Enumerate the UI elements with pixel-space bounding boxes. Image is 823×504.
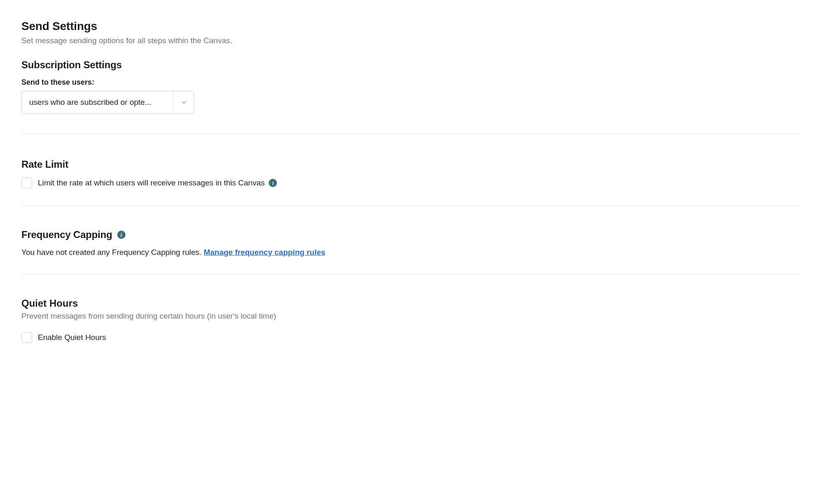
rate-limit-heading: Rate Limit [21, 159, 802, 170]
page-title: Send Settings [21, 20, 802, 33]
send-to-selected-value: users who are subscribed or opte... [22, 91, 173, 113]
quiet-hours-checkbox-label: Enable Quiet Hours [38, 333, 106, 342]
rate-limit-checkbox[interactable] [21, 178, 32, 188]
page-description: Set message sending options for all step… [21, 36, 802, 45]
manage-frequency-capping-link[interactable]: Manage frequency capping rules [204, 248, 325, 257]
info-icon[interactable]: i [117, 231, 126, 239]
divider [21, 206, 802, 206]
frequency-capping-text: You have not created any Frequency Cappi… [21, 248, 204, 257]
send-to-label: Send to these users: [21, 78, 802, 87]
info-icon[interactable]: i [269, 179, 277, 187]
quiet-hours-description: Prevent messages from sending during cer… [21, 312, 802, 321]
rate-limit-checkbox-label: Limit the rate at which users will recei… [38, 178, 265, 187]
quiet-hours-heading: Quiet Hours [21, 298, 802, 309]
chevron-down-icon [173, 91, 194, 113]
divider [21, 134, 802, 134]
quiet-hours-checkbox[interactable] [21, 332, 32, 343]
subscription-heading: Subscription Settings [21, 59, 802, 71]
frequency-capping-heading: Frequency Capping [21, 229, 112, 240]
divider [21, 274, 802, 275]
send-to-select[interactable]: users who are subscribed or opte... [21, 91, 194, 114]
frequency-capping-body: You have not created any Frequency Cappi… [21, 248, 802, 257]
